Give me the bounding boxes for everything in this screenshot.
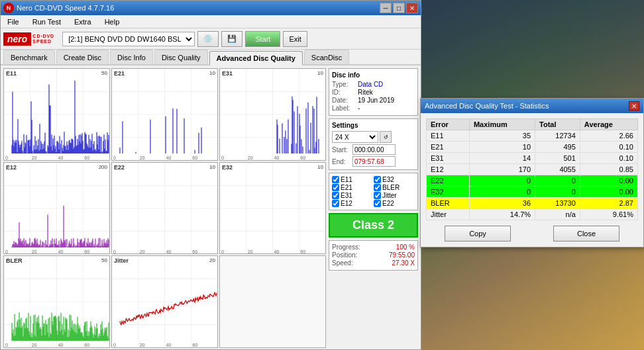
checkbox-e22[interactable] bbox=[374, 200, 381, 207]
stats-title-bar: Advanced Disc Quality Test - Statistics … bbox=[421, 99, 643, 113]
title-buttons: ─ □ ✕ bbox=[380, 3, 418, 13]
disc-info-button[interactable]: 💿 bbox=[197, 31, 219, 47]
settings-title: Settings bbox=[332, 122, 415, 129]
cell-name: Jitter bbox=[427, 209, 470, 220]
stats-content: Error Maximum Total Average E11 35 12734… bbox=[421, 113, 643, 247]
checkbox-bler[interactable] bbox=[374, 184, 381, 191]
disc-id-key: ID: bbox=[332, 89, 355, 96]
end-value: 079:57.68 bbox=[352, 156, 396, 167]
cb-row-bler: BLER bbox=[374, 184, 415, 191]
tab-create-disc[interactable]: Create Disc bbox=[56, 50, 109, 64]
checkbox-e31[interactable] bbox=[332, 192, 339, 199]
disc-type-val: Data CD bbox=[358, 81, 383, 88]
cell-name: E11 bbox=[427, 130, 470, 142]
tab-disc-quality[interactable]: Disc Quality bbox=[154, 50, 208, 64]
speed-row-progress: Speed: 27.30 X bbox=[332, 259, 415, 267]
cell-total: 0 bbox=[535, 175, 580, 187]
tab-scan-disc[interactable]: ScanDisc bbox=[304, 50, 349, 64]
cb-row-e11: E11 bbox=[332, 176, 373, 183]
progress-key: Progress: bbox=[332, 243, 360, 251]
disc-info-label-row: Label: - bbox=[332, 105, 415, 112]
stats-dialog: Advanced Disc Quality Test - Statistics … bbox=[420, 98, 644, 247]
title-bar-left: N Nero CD-DVD Speed 4.7.7.16 bbox=[3, 3, 114, 13]
cb-row-e21: E21 bbox=[332, 184, 373, 191]
minimize-button[interactable]: ─ bbox=[380, 3, 392, 13]
end-time-row: End: 079:57.68 bbox=[332, 156, 415, 167]
table-row: E31 14 501 0.10 bbox=[427, 153, 638, 164]
table-row: E21 10 495 0.10 bbox=[427, 142, 638, 153]
progress-box: Progress: 100 % Position: 79:55.00 Speed… bbox=[329, 240, 418, 271]
disc-id-val: Ritek bbox=[358, 89, 373, 96]
speed-select[interactable]: 24 X bbox=[332, 131, 378, 143]
checkbox-label-e22: E22 bbox=[382, 200, 394, 207]
start-time-row: Start: 000:00.00 bbox=[332, 144, 415, 155]
eject-button[interactable]: Exit bbox=[283, 31, 307, 47]
checkbox-label-e32: E32 bbox=[382, 176, 394, 183]
cb-row-e32: E32 bbox=[374, 176, 415, 183]
tab-disc-info[interactable]: Disc Info bbox=[110, 50, 153, 64]
menu-run-test[interactable]: Run Test bbox=[28, 17, 65, 27]
col-average: Average bbox=[580, 119, 637, 130]
col-maximum: Maximum bbox=[469, 119, 535, 130]
drive-select[interactable]: [2:1] BENQ DVD DD DW1640 BSLB bbox=[62, 32, 195, 46]
tab-bar: Benchmark Create Disc Disc Info Disc Qua… bbox=[1, 50, 421, 66]
checkbox-e21[interactable] bbox=[332, 184, 339, 191]
toolbar: nero CD·DVD SPEED [2:1] BENQ DVD DD DW16… bbox=[1, 28, 421, 50]
cell-name: E32 bbox=[427, 187, 470, 198]
col-total: Total bbox=[535, 119, 580, 130]
cell-average: 0.10 bbox=[580, 142, 637, 153]
chart-empty bbox=[219, 255, 326, 348]
chart-e31: E31 10 bbox=[219, 68, 326, 161]
menu-file[interactable]: File bbox=[3, 17, 23, 27]
cell-average: 2.87 bbox=[580, 198, 637, 209]
copy-button[interactable]: Copy bbox=[445, 226, 511, 241]
checkbox-e11[interactable] bbox=[332, 176, 339, 183]
chart-bler: BLER 50 bbox=[3, 255, 110, 348]
table-row: E22 0 0 0.00 bbox=[427, 175, 638, 187]
stats-buttons: Copy Close bbox=[426, 226, 638, 241]
checkbox-label-e31: E31 bbox=[341, 192, 352, 199]
window-close-button[interactable]: ✕ bbox=[406, 3, 418, 13]
cb-row-jitter: Jitter bbox=[374, 192, 415, 199]
tab-benchmark[interactable]: Benchmark bbox=[3, 50, 55, 64]
menu-help[interactable]: Help bbox=[101, 17, 124, 27]
close-button[interactable]: Close bbox=[553, 226, 619, 241]
speed-val: 27.30 X bbox=[392, 259, 415, 267]
charts-grid: E11 50 E21 10 E31 10 E12 200 bbox=[3, 68, 326, 348]
stats-close-icon[interactable]: ✕ bbox=[629, 101, 639, 110]
tab-advanced-disc-quality[interactable]: Advanced Disc Quality bbox=[209, 51, 303, 66]
cell-total: 4055 bbox=[535, 164, 580, 175]
cell-maximum: 0 bbox=[469, 175, 535, 187]
checkbox-e12[interactable] bbox=[332, 200, 339, 207]
cell-average: 0.85 bbox=[580, 164, 637, 175]
class-label: Class 2 bbox=[352, 218, 394, 232]
right-panel: Disc info Type: Data CD ID: Ritek Date: … bbox=[329, 68, 418, 348]
table-row: E11 35 12734 2.66 bbox=[427, 130, 638, 142]
checkbox-jitter[interactable] bbox=[374, 192, 381, 199]
chart-jitter: Jitter 20 bbox=[111, 255, 218, 348]
speed-refresh-button[interactable]: ↺ bbox=[380, 131, 392, 143]
disc-info-id-row: ID: Ritek bbox=[332, 89, 415, 96]
checkbox-e32[interactable] bbox=[374, 176, 381, 183]
cell-average: 0.10 bbox=[580, 153, 637, 164]
position-val: 79:55.00 bbox=[389, 251, 415, 259]
table-row: Jitter 14.7% n/a 9.61% bbox=[427, 209, 638, 220]
cell-total: n/a bbox=[535, 209, 580, 220]
maximize-button[interactable]: □ bbox=[393, 3, 405, 13]
cell-maximum: 170 bbox=[469, 164, 535, 175]
cell-average: 0.00 bbox=[580, 175, 637, 187]
start-label: Start: bbox=[332, 146, 350, 153]
cb-row-e31: E31 bbox=[332, 192, 373, 199]
col-error: Error bbox=[427, 119, 470, 130]
class-box: Class 2 bbox=[329, 213, 418, 238]
start-button[interactable]: Start bbox=[245, 31, 280, 47]
nero-logo: nero CD·DVD SPEED bbox=[3, 32, 54, 46]
menu-extra[interactable]: Extra bbox=[70, 17, 95, 27]
disc-info-type-row: Type: Data CD bbox=[332, 81, 415, 88]
progress-val: 100 % bbox=[396, 243, 415, 251]
cell-average: 2.66 bbox=[580, 130, 637, 142]
table-row: BLER 36 13730 2.87 bbox=[427, 198, 638, 209]
save-button[interactable]: 💾 bbox=[221, 31, 242, 47]
cell-maximum: 10 bbox=[469, 142, 535, 153]
progress-row: Progress: 100 % bbox=[332, 243, 415, 251]
